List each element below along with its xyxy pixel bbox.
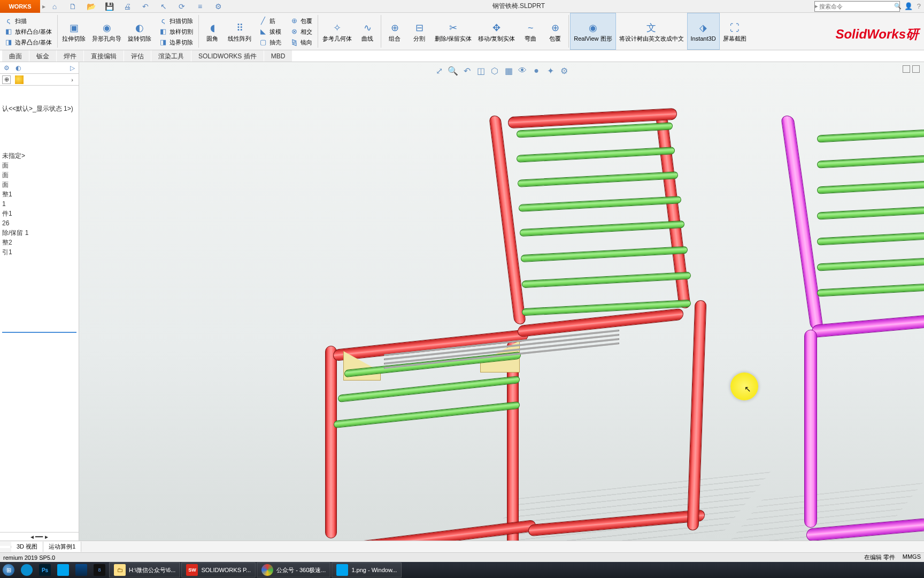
ribbon-curves[interactable]: ∿曲线 [355,13,380,50]
ribbon-ref-geometry[interactable]: ✧参考几何体 [319,13,355,50]
ribbon-move-copy[interactable]: ✥移动/复制实体 [475,13,518,50]
tree-item[interactable]: 除/保留 1 [2,228,76,238]
btab-model[interactable] [0,546,11,548]
tree-item[interactable]: 引1 [2,247,76,257]
ribbon-linear-pattern[interactable]: ⠿线性阵列 [225,13,255,50]
help-icon[interactable]: ? [917,2,921,10]
ribbon-sweep-cut-group[interactable]: ς扫描切除 ◧放样切割 ◨边界切除 [155,13,197,50]
ribbon-realview[interactable]: ◉RealView 图形 [570,13,615,50]
tree-item[interactable]: 面 [2,180,76,189]
tree-item[interactable]: 面 [2,161,76,170]
fm-chevron-icon[interactable]: › [68,75,76,84]
viewport-close-icon[interactable] [912,65,920,73]
model-chair-red[interactable] [304,116,721,541]
qat-save-icon[interactable]: 💾 [104,2,114,11]
view-heads-up-toolbar: ⤢ 🔍 ↶ ◫ ⬡ ▦ 👁 ● ✦ ⚙ [434,65,569,76]
qat-settings-icon[interactable]: ⚙ [213,2,223,11]
appearance-icon[interactable]: ● [531,65,542,76]
btab-motion[interactable]: 运动算例1 [43,542,81,552]
tree-item[interactable]: 面 [2,170,76,180]
zoom-area-icon[interactable]: 🔍 [448,65,458,76]
ribbon-screenshot[interactable]: ⛶屏幕截图 [720,13,750,50]
qat-options-icon[interactable]: ≡ [195,2,205,11]
qat-undo-icon[interactable]: ↶ [141,2,150,11]
scene-icon[interactable]: ✦ [545,65,556,76]
viewport-max-icon[interactable] [903,65,910,73]
tree-item[interactable]: 整2 [2,238,76,247]
qat-print-icon[interactable]: 🖨 [122,2,132,11]
tree-item[interactable]: 26 [2,218,76,228]
tab-mbd[interactable]: MBD [264,50,292,62]
logo-dropdown-icon[interactable]: ▸ [42,3,45,10]
feature-tree[interactable]: 认<<默认>_显示状态 1>) 未指定> 面 面 面 整1 1 件1 26 除/… [0,101,79,532]
ribbon-combine[interactable]: ⊕组合 [382,13,407,50]
tree-item[interactable]: 整1 [2,189,76,199]
taskbar-solidworks[interactable]: SWSOLIDWORKS P... [181,562,256,577]
tab-sheetmetal[interactable]: 钣金 [29,50,56,62]
tree-item[interactable]: 未指定> [2,151,76,161]
ribbon-instant3d[interactable]: ⬗Instant3D [687,13,720,50]
tree-item[interactable]: 件1 [2,209,76,218]
model-chair-pink[interactable] [790,116,924,541]
tree-item[interactable]: 1 [2,199,76,209]
ribbon-translate-tree[interactable]: 文将设计树由英文改成中文 [616,13,687,50]
ribbon-wrap2[interactable]: ⊕包覆 [543,13,567,50]
start-button[interactable]: ⊞ [0,562,17,577]
ribbon-sweep-group[interactable]: ς扫描 ◧放样凸台/基体 ◨边界凸台/基体 [0,13,56,50]
btab-3dview[interactable]: 3D 视图 [11,542,43,552]
user-icon[interactable]: 👤 [904,2,913,10]
ribbon-flex[interactable]: ~弯曲 [518,13,543,50]
taskbar-image-viewer[interactable]: 1.png - Window... [332,562,402,577]
fm-filter-icon[interactable]: ⊕ [2,75,11,84]
curves-icon: ∿ [361,21,374,34]
tab-weldments[interactable]: 焊件 [57,50,83,62]
prev-view-icon[interactable]: ↶ [461,65,472,76]
taskbar-item[interactable] [55,562,72,577]
tab-sw-addins[interactable]: SOLIDWORKS 插件 [191,50,264,62]
ribbon-revolve-cut[interactable]: ◐旋转切除 [125,13,155,50]
search-input[interactable] [818,3,894,10]
taskbar-item[interactable]: 8 [91,562,108,577]
hide-show-icon[interactable]: 👁 [517,65,528,76]
ribbon-rib-group[interactable]: ╱筋 ◣拔模 ▢抽壳 [255,13,286,50]
tab-evaluate[interactable]: 评估 [124,50,151,62]
qat-select-icon[interactable]: ↖ [159,2,168,11]
rib-icon: ╱ [259,17,267,25]
fm-config-icon[interactable]: ⚙ [2,64,11,72]
image-icon [336,564,348,576]
section-view-icon[interactable]: ◫ [475,65,486,76]
qat-home-icon[interactable]: ⌂ [50,2,59,11]
taskbar-photoshop[interactable]: Ps [36,562,53,577]
fm-appearance-icon[interactable] [15,75,24,84]
taskbar-item[interactable] [18,562,35,577]
display-style-icon[interactable]: ▦ [503,65,514,76]
tab-direct-edit[interactable]: 直接编辑 [84,50,124,62]
ribbon-extrude-cut[interactable]: ▣拉伸切除 [59,13,89,50]
qat-new-icon[interactable]: 🗋 [68,2,78,11]
taskbar-browser[interactable]: 公众号 - 360极速... [257,562,330,577]
status-units[interactable]: MMGS [903,553,921,561]
qat-rebuild-icon[interactable]: ⟳ [177,2,187,11]
status-version: remium 2019 SP5.0 [3,554,55,561]
fm-display-icon[interactable]: ◐ [14,64,22,72]
tab-render[interactable]: 渲染工具 [151,50,191,62]
fillet-icon: ◖ [206,21,219,34]
tab-surface[interactable]: 曲面 [2,50,29,62]
ribbon-wrap-group[interactable]: ⊕包覆 ⊗相交 ⧎镜向 [286,13,317,50]
fm-expand-icon[interactable]: ▷ [68,64,76,72]
search-box[interactable]: ▸ 🔍 [814,1,900,12]
search-icon[interactable]: 🔍 [894,2,902,11]
panel-scrollbar[interactable]: ◂ ━━ ▸ [0,532,79,541]
taskbar-item[interactable] [73,562,90,577]
view-orientation-icon[interactable]: ⬡ [489,65,500,76]
taskbar-explorer[interactable]: 🗀H:\微信公众号\6... [109,562,180,577]
ribbon-split[interactable]: ⊟分割 [407,13,432,50]
view-settings-icon[interactable]: ⚙ [559,65,569,76]
3d-viewport[interactable]: ⤢ 🔍 ↶ ◫ ⬡ ▦ 👁 ● ✦ ⚙ [79,62,924,541]
zoom-fit-icon[interactable]: ⤢ [434,65,444,76]
ribbon-delete-keep[interactable]: ✂删除/保留实体 [432,13,475,50]
ribbon-hole-wizard[interactable]: ◉异形孔向导 [89,13,125,50]
tree-display-state[interactable]: 认<<默认>_显示状态 1>) [2,104,76,113]
ribbon-fillet[interactable]: ◖圆角 [200,13,225,50]
qat-open-icon[interactable]: 📂 [86,2,96,11]
